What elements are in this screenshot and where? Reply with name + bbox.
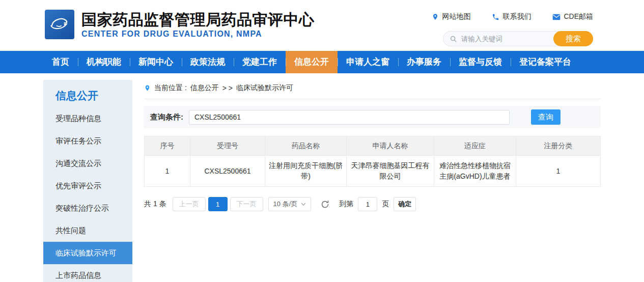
breadcrumb-label: 当前位置 :	[154, 83, 187, 93]
cell-drug-name: 注射用间充质干细胞(脐带)	[265, 156, 347, 187]
refresh-icon[interactable]	[321, 200, 329, 209]
nav-item-news[interactable]: 新闻中心	[130, 51, 182, 73]
sidebar-item-clinical-trial-implied-license[interactable]: 临床试验默示许可	[43, 242, 132, 264]
contact-link-label: 联系我们	[502, 12, 531, 21]
results-table: 序号 受理号 药品名称 申请人名称 适应症 注册分类 1 CXSL2500661…	[144, 136, 601, 187]
nav-item-home[interactable]: 首页	[43, 51, 78, 73]
nav-item-supervision[interactable]: 监督与反馈	[450, 51, 511, 73]
site-title: 国家药品监督管理局药品审评中心	[81, 10, 315, 29]
site-subtitle: CENTER FOR DRUG EVALUATION, NMPA	[81, 30, 315, 39]
breadcrumb: 当前位置 : 信息公开 > > 临床试验默示许可	[144, 81, 601, 99]
confirm-button[interactable]: 确定	[394, 197, 416, 211]
goto-page-unit: 页	[382, 200, 389, 209]
cell-acceptance-no: CXSL2500661	[190, 156, 265, 187]
col-header-acceptance-no: 受理号	[190, 136, 265, 156]
nav-item-info-disclosure[interactable]: 信息公开	[286, 51, 338, 73]
next-page-button[interactable]: 下一页	[230, 197, 263, 211]
cell-index: 1	[145, 156, 190, 187]
sidebar-title: 信息公开	[43, 80, 132, 107]
query-input[interactable]	[189, 110, 510, 125]
main-nav: 首页 机构职能 新闻中心 政策法规 党建工作 信息公开 申请人之窗 办事服务 监…	[0, 51, 644, 73]
sidebar: 信息公开 受理品种信息 审评任务公示 沟通交流公示 优先审评公示 突破性治疗公示…	[43, 80, 132, 282]
nav-item-registration-platform[interactable]: 登记备案平台	[511, 51, 580, 73]
goto-page-input[interactable]	[358, 197, 377, 211]
sidebar-item-common-issues[interactable]: 共性问题	[43, 219, 132, 242]
nav-item-applicant-window[interactable]: 申请人之窗	[338, 51, 398, 73]
chevron-down-icon	[301, 203, 306, 206]
location-pin-icon	[432, 13, 439, 21]
cde-logo-swoosh-icon	[48, 12, 71, 37]
table-header-row: 序号 受理号 药品名称 申请人名称 适应症 注册分类	[145, 136, 601, 156]
sidebar-item-marketed-drugs[interactable]: 上市药品信息	[43, 264, 132, 282]
nav-item-policies[interactable]: 政策法规	[182, 51, 234, 73]
col-header-registration-class: 注册分类	[516, 136, 601, 156]
cell-registration-class: 1	[516, 156, 601, 187]
breadcrumb-separator: > >	[222, 84, 233, 92]
cde-mail-link-label: CDE邮箱	[564, 12, 593, 21]
col-header-index: 序号	[145, 136, 190, 156]
page-size-value: 10 条/页	[273, 200, 298, 209]
col-header-indication: 适应症	[434, 136, 516, 156]
cell-applicant: 天津昂赛细胞基因工程有限公司	[347, 156, 434, 187]
page-1-button[interactable]: 1	[208, 197, 228, 211]
sidebar-item-priority-review[interactable]: 优先审评公示	[43, 175, 132, 197]
contact-link[interactable]: 联系我们	[492, 12, 531, 21]
prev-page-button[interactable]: 上一页	[173, 197, 206, 211]
query-bar: 查询条件: 查询	[144, 106, 601, 128]
header-quick-links: 网站地图 联系我们 CDE邮箱	[432, 12, 593, 21]
search-button[interactable]: 搜索	[553, 31, 593, 46]
sidebar-item-communication[interactable]: 沟通交流公示	[43, 152, 132, 175]
nav-item-party[interactable]: 党建工作	[234, 51, 286, 73]
breadcrumb-pin-icon	[144, 84, 151, 92]
pagination: 共 1 条 上一页 1 下一页 10 条/页 到第 页 确定	[144, 197, 601, 211]
breadcrumb-current: 临床试验默示许可	[236, 83, 293, 93]
sidebar-item-breakthrough-therapy[interactable]: 突破性治疗公示	[43, 197, 132, 219]
sitemap-link[interactable]: 网站地图	[432, 12, 470, 21]
cell-indication: 难治性急性移植物抗宿主病(aGvHD)儿童患者	[434, 156, 516, 187]
col-header-applicant: 申请人名称	[347, 136, 434, 156]
sidebar-item-review-tasks[interactable]: 审评任务公示	[43, 130, 132, 152]
table-row: 1 CXSL2500661 注射用间充质干细胞(脐带) 天津昂赛细胞基因工程有限…	[145, 156, 601, 187]
goto-page-label: 到第	[339, 200, 353, 209]
sitemap-link-label: 网站地图	[442, 12, 470, 21]
search-icon	[450, 35, 457, 43]
query-label: 查询条件:	[150, 112, 183, 122]
phone-icon	[492, 13, 499, 21]
nav-item-services[interactable]: 办事服务	[398, 51, 450, 73]
site-header: 国家药品监督管理局药品审评中心 CENTER FOR DRUG EVALUATI…	[0, 0, 644, 51]
sidebar-item-accepted-varieties[interactable]: 受理品种信息	[43, 107, 132, 130]
breadcrumb-section: 信息公开	[190, 83, 219, 93]
mail-icon	[552, 14, 561, 20]
search-box: 搜索	[443, 31, 593, 46]
page-size-select[interactable]: 10 条/页	[268, 197, 312, 211]
query-button[interactable]: 查询	[531, 109, 561, 125]
cde-mail-link[interactable]: CDE邮箱	[552, 12, 593, 21]
nav-item-functions[interactable]: 机构职能	[78, 51, 130, 73]
pagination-total: 共 1 条	[144, 200, 166, 209]
cde-logo[interactable]	[45, 10, 74, 39]
col-header-drug-name: 药品名称	[265, 136, 347, 156]
